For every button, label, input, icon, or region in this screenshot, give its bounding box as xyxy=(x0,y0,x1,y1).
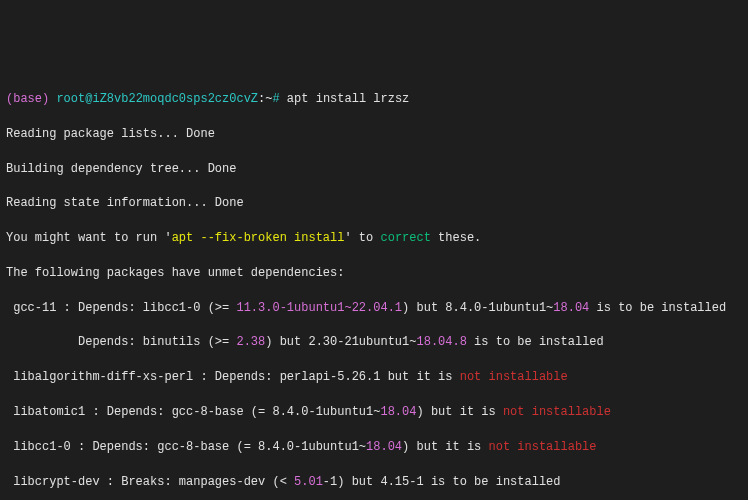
dep-line: libalgorithm-diff-xs-perl : Depends: per… xyxy=(6,369,742,386)
output-line: Building dependency tree... Done xyxy=(6,161,742,178)
dep-line: Depends: binutils (>= 2.38) but 2.30-21u… xyxy=(6,334,742,351)
terminal-output[interactable]: (base) root@iZ8vb22moqdc0sps2cz0cvZ:~# a… xyxy=(6,74,742,500)
dep-line: libatomic1 : Depends: gcc-8-base (= 8.4.… xyxy=(6,404,742,421)
output-line: Reading state information... Done xyxy=(6,195,742,212)
path: :~ xyxy=(258,92,272,106)
command: apt install lrzsz xyxy=(280,92,410,106)
user-host: root@iZ8vb22moqdc0sps2cz0cvZ xyxy=(49,92,258,106)
prompt-line: (base) root@iZ8vb22moqdc0sps2cz0cvZ:~# a… xyxy=(6,91,742,108)
conda-base: (base) xyxy=(6,92,49,106)
output-line: The following packages have unmet depend… xyxy=(6,265,742,282)
dep-line: libcrypt-dev : Breaks: manpages-dev (< 5… xyxy=(6,474,742,491)
output-line: Reading package lists... Done xyxy=(6,126,742,143)
hash: # xyxy=(272,92,279,106)
dep-line: gcc-11 : Depends: libcc1-0 (>= 11.3.0-1u… xyxy=(6,300,742,317)
output-line: You might want to run 'apt --fix-broken … xyxy=(6,230,742,247)
dep-line: libcc1-0 : Depends: gcc-8-base (= 8.4.0-… xyxy=(6,439,742,456)
